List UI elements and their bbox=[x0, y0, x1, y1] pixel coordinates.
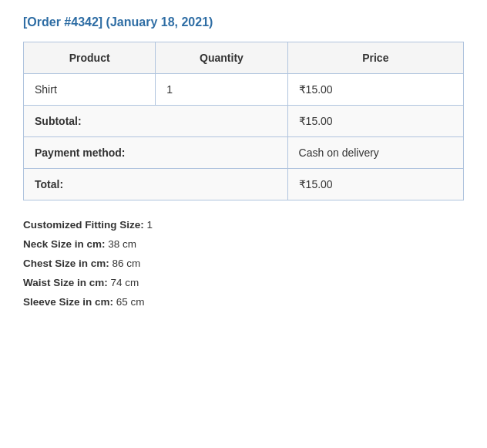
order-title: [Order #4342] (January 18, 2021) bbox=[23, 15, 464, 29]
fitting-size: Customized Fitting Size: 1 bbox=[23, 219, 464, 231]
product-quantity: 1 bbox=[156, 74, 287, 106]
neck-label: Neck Size in cm: bbox=[23, 238, 106, 250]
column-header-quantity: Quantity bbox=[156, 42, 287, 74]
sleeve-size: Sleeve Size in cm: 65 cm bbox=[23, 296, 464, 308]
neck-val: 38 cm bbox=[108, 238, 136, 250]
subtotal-value: ₹15.00 bbox=[287, 106, 463, 137]
column-header-product: Product bbox=[24, 42, 156, 74]
payment-value: Cash on delivery bbox=[287, 137, 463, 169]
total-label: Total: bbox=[24, 169, 288, 200]
custom-details-section: Customized Fitting Size: 1 Neck Size in … bbox=[23, 219, 464, 308]
neck-size: Neck Size in cm: 38 cm bbox=[23, 238, 464, 250]
waist-val: 74 cm bbox=[111, 277, 139, 288]
chest-val: 86 cm bbox=[113, 258, 141, 269]
product-name: Shirt bbox=[24, 74, 156, 106]
total-row: Total: ₹15.00 bbox=[24, 169, 464, 200]
sleeve-label: Sleeve Size in cm: bbox=[23, 296, 113, 308]
payment-label: Payment method: bbox=[24, 137, 288, 169]
chest-size: Chest Size in cm: 86 cm bbox=[23, 258, 464, 269]
total-value: ₹15.00 bbox=[287, 169, 463, 200]
fitting-label: Customized Fitting Size: bbox=[23, 219, 144, 231]
subtotal-label: Subtotal: bbox=[24, 106, 288, 137]
sleeve-val: 65 cm bbox=[116, 296, 145, 308]
table-header-row: Product Quantity Price bbox=[24, 42, 464, 74]
chest-label: Chest Size in cm: bbox=[23, 258, 109, 269]
waist-size: Waist Size in cm: 74 cm bbox=[23, 277, 464, 288]
waist-label: Waist Size in cm: bbox=[23, 277, 108, 288]
order-table: Product Quantity Price Shirt 1 ₹15.00 Su… bbox=[23, 42, 464, 200]
subtotal-row: Subtotal: ₹15.00 bbox=[24, 106, 464, 137]
product-price: ₹15.00 bbox=[287, 74, 463, 106]
payment-row: Payment method: Cash on delivery bbox=[24, 137, 464, 169]
table-row: Shirt 1 ₹15.00 bbox=[24, 74, 464, 106]
column-header-price: Price bbox=[287, 42, 463, 74]
fitting-val: 1 bbox=[147, 219, 153, 231]
